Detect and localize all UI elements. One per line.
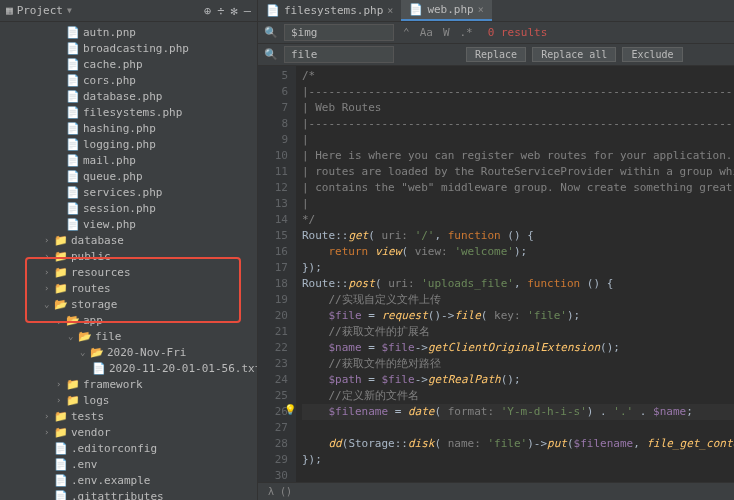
chevron-icon[interactable]: › (44, 427, 54, 437)
tree-item[interactable]: 📄.editorconfig (0, 440, 257, 456)
editor-tab[interactable]: 📄web.php× (401, 0, 491, 21)
tree-item[interactable]: 📄cors.php (0, 72, 257, 88)
tree-item[interactable]: ›📁routes (0, 280, 257, 296)
close-icon[interactable]: × (387, 5, 393, 16)
code-line[interactable]: //定义新的文件名 (302, 388, 734, 404)
sidebar-title[interactable]: ▦ Project ▼ (6, 4, 72, 17)
code-line[interactable]: $name = $file->getClientOriginalExtensio… (302, 340, 734, 356)
tree-item[interactable]: ›📁vendor (0, 424, 257, 440)
php-icon: 📄 (66, 42, 80, 55)
tree-item[interactable]: 📄session.php (0, 200, 257, 216)
code-line[interactable]: }); (302, 452, 734, 468)
code-editor[interactable]: 5678910111213141516171819202122232425262… (258, 66, 734, 482)
words[interactable]: W (440, 26, 453, 39)
php-icon: 📄 (66, 138, 80, 151)
chevron-icon[interactable]: ⌄ (56, 315, 66, 325)
tree-item[interactable]: 📄.env.example (0, 472, 257, 488)
replace-input[interactable] (284, 46, 394, 63)
tree-item[interactable]: ⌄📂app (0, 312, 257, 328)
tree-item[interactable]: 📄.env (0, 456, 257, 472)
tree-item[interactable]: ⌄📂2020-Nov-Fri (0, 344, 257, 360)
tree-item[interactable]: 📄logging.php (0, 136, 257, 152)
tree-item[interactable]: 📄services.php (0, 184, 257, 200)
code-line[interactable]: | routes are loaded by the RouteServiceP… (302, 164, 734, 180)
project-tree[interactable]: 📄autn.pnp📄broadcasting.php📄cache.php📄cor… (0, 22, 257, 500)
code-line[interactable]: | contains the "web" middleware group. N… (302, 180, 734, 196)
code-line[interactable]: */ (302, 212, 734, 228)
settings-icon[interactable]: ✻ (231, 4, 238, 18)
tree-item[interactable]: ›📁resources (0, 264, 257, 280)
tree-item[interactable]: 📄.gitattributes (0, 488, 257, 500)
tree-item[interactable]: ›📁logs (0, 392, 257, 408)
tree-item[interactable]: ⌄📂file (0, 328, 257, 344)
tree-item[interactable]: 📄autn.pnp (0, 24, 257, 40)
expand-icon[interactable]: ÷ (217, 4, 224, 18)
code-line[interactable]: //获取文件的扩展名 (302, 324, 734, 340)
tree-item[interactable]: 📄2020-11-20-01-01-56.txt (0, 360, 257, 376)
code-line[interactable]: $filename = date( format: 'Y-m-d-h-i-s')… (302, 404, 734, 420)
code-line[interactable] (302, 420, 734, 436)
code-line[interactable]: $file = request()->file( key: 'file'); (302, 308, 734, 324)
code-line[interactable]: //实现自定义文件上传 (302, 292, 734, 308)
code-line[interactable]: /* (302, 68, 734, 84)
code-line[interactable]: | (302, 132, 734, 148)
match-case[interactable]: Aa (417, 26, 436, 39)
tree-item-label: file (95, 330, 122, 343)
target-icon[interactable]: ⊕ (204, 4, 211, 18)
tree-item[interactable]: ›📁public (0, 248, 257, 264)
chevron-icon[interactable]: › (56, 379, 66, 389)
tree-item[interactable]: 📄queue.php (0, 168, 257, 184)
folder-open-icon: 📂 (66, 314, 80, 327)
tree-item[interactable]: 📄database.php (0, 88, 257, 104)
code-line[interactable]: | (302, 196, 734, 212)
chevron-icon[interactable]: › (44, 283, 54, 293)
tree-item[interactable]: ›📁tests (0, 408, 257, 424)
php-icon: 📄 (66, 26, 80, 39)
chevron-icon[interactable]: ⌄ (80, 347, 90, 357)
code-line[interactable]: return view( view: 'welcome'); (302, 244, 734, 260)
chevron-icon[interactable]: ⌄ (44, 299, 54, 309)
breadcrumb[interactable]: λ () (258, 482, 734, 500)
tree-item[interactable]: ›📁database (0, 232, 257, 248)
code-line[interactable]: |---------------------------------------… (302, 116, 734, 132)
code-line[interactable]: //获取文件的绝对路径 (302, 356, 734, 372)
code-line[interactable]: |---------------------------------------… (302, 84, 734, 100)
code-line[interactable]: Route::get( uri: '/', function () { (302, 228, 734, 244)
tree-item[interactable]: 📄hashing.php (0, 120, 257, 136)
chevron-icon[interactable]: › (44, 235, 54, 245)
tree-item[interactable]: 📄filesystems.php (0, 104, 257, 120)
tree-item[interactable]: ›📁framework (0, 376, 257, 392)
code-line[interactable]: Route::post( uri: 'uploads_file', functi… (302, 276, 734, 292)
chevron-icon[interactable]: › (56, 395, 66, 405)
chevron-icon[interactable]: › (44, 251, 54, 261)
prev-occurrence[interactable]: ⌃ (400, 26, 413, 39)
exclude-button[interactable]: Exclude (622, 47, 682, 62)
code-line[interactable]: dd(Storage::disk( name: 'file')->put($fi… (302, 436, 734, 452)
tree-item-label: session.php (83, 202, 156, 215)
php-icon: 📄 (66, 58, 80, 71)
tree-item[interactable]: 📄view.php (0, 216, 257, 232)
replace-all-button[interactable]: Replace all (532, 47, 616, 62)
close-icon[interactable]: × (478, 4, 484, 15)
code-line[interactable]: }); (302, 260, 734, 276)
find-input[interactable] (284, 24, 394, 41)
hide-icon[interactable]: — (244, 4, 251, 18)
tree-item[interactable]: 📄mail.php (0, 152, 257, 168)
tree-item[interactable]: 📄broadcasting.php (0, 40, 257, 56)
code-line[interactable]: $path = $file->getRealPath(); (302, 372, 734, 388)
chevron-icon[interactable]: › (44, 411, 54, 421)
replace-button[interactable]: Replace (466, 47, 526, 62)
code-line[interactable]: | Web Routes (302, 100, 734, 116)
intention-bulb-icon[interactable]: 💡 (284, 404, 296, 415)
line-number: 21 (258, 324, 288, 340)
tree-item[interactable]: 📄cache.php (0, 56, 257, 72)
code-line[interactable] (302, 468, 734, 482)
tree-item-label: .gitattributes (71, 490, 164, 501)
code-line[interactable]: | Here is where you can register web rou… (302, 148, 734, 164)
chevron-icon[interactable]: › (44, 267, 54, 277)
chevron-icon[interactable]: ⌄ (68, 331, 78, 341)
code-content[interactable]: /*|-------------------------------------… (296, 66, 734, 482)
regex[interactable]: .* (457, 26, 476, 39)
editor-tab[interactable]: 📄filesystems.php× (258, 0, 401, 21)
tree-item[interactable]: ⌄📂storage (0, 296, 257, 312)
